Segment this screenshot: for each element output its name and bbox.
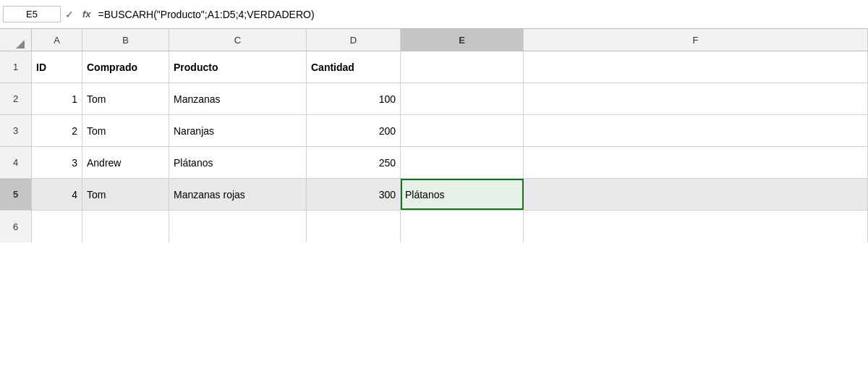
cell-b3[interactable]: Tom	[82, 115, 169, 146]
cell-reference-box[interactable]: E5	[3, 6, 61, 22]
cell-a5[interactable]: 4	[32, 179, 82, 210]
cell-b6[interactable]	[82, 211, 169, 242]
table-row: 5 4 Tom Manzanas rojas 300 Plátanos	[0, 179, 868, 211]
confirm-formula-icon[interactable]: ✓	[61, 9, 78, 20]
cell-f2[interactable]	[524, 83, 868, 114]
table-row: 1 ID Comprado Producto Cantidad	[0, 51, 868, 83]
cell-d4[interactable]: 250	[307, 147, 401, 178]
cell-f6[interactable]	[524, 211, 868, 242]
corner-cell[interactable]	[0, 29, 32, 51]
cell-e4[interactable]	[401, 147, 524, 178]
col-header-f[interactable]: F	[524, 29, 868, 51]
cell-d5[interactable]: 300	[307, 179, 401, 210]
row-num-2[interactable]: 2	[0, 83, 32, 114]
cell-a4[interactable]: 3	[32, 147, 82, 178]
col-header-e[interactable]: E	[401, 29, 524, 51]
table-row: 3 2 Tom Naranjas 200	[0, 115, 868, 147]
row-num-5[interactable]: 5	[0, 179, 32, 210]
fx-icon: fx	[82, 9, 91, 20]
row-num-4[interactable]: 4	[0, 147, 32, 178]
cell-c3[interactable]: Naranjas	[169, 115, 307, 146]
cell-a1[interactable]: ID	[32, 51, 82, 83]
cell-b2[interactable]: Tom	[82, 83, 169, 114]
column-headers-row: A B C D E F	[0, 29, 868, 51]
cell-d1[interactable]: Cantidad	[307, 51, 401, 83]
cell-c4[interactable]: Plátanos	[169, 147, 307, 178]
row-num-1[interactable]: 1	[0, 51, 32, 83]
col-header-a[interactable]: A	[32, 29, 82, 51]
cell-b1[interactable]: Comprado	[82, 51, 169, 83]
cell-d3[interactable]: 200	[307, 115, 401, 146]
formula-input[interactable]	[95, 7, 865, 22]
select-all-triangle	[16, 40, 25, 48]
cell-e3[interactable]	[401, 115, 524, 146]
cell-d6[interactable]	[307, 211, 401, 242]
cell-f5[interactable]	[524, 179, 868, 210]
cell-e5[interactable]: Plátanos	[401, 179, 524, 210]
cell-e2[interactable]	[401, 83, 524, 114]
row-num-6[interactable]: 6	[0, 211, 32, 242]
formula-bar: E5 ✓ fx	[0, 0, 868, 29]
col-header-b[interactable]: B	[82, 29, 169, 51]
cell-b4[interactable]: Andrew	[82, 147, 169, 178]
cell-d2[interactable]: 100	[307, 83, 401, 114]
table-row: 2 1 Tom Manzanas 100	[0, 83, 868, 115]
col-header-c[interactable]: C	[169, 29, 307, 51]
cell-c1[interactable]: Producto	[169, 51, 307, 83]
cell-c5[interactable]: Manzanas rojas	[169, 179, 307, 210]
cell-f3[interactable]	[524, 115, 868, 146]
cell-e6[interactable]	[401, 211, 524, 242]
cell-f1[interactable]	[524, 51, 868, 83]
spreadsheet: A B C D E F 1 ID Comprado Producto Canti…	[0, 29, 868, 372]
cell-c6[interactable]	[169, 211, 307, 242]
cell-a6[interactable]	[32, 211, 82, 242]
cell-a3[interactable]: 2	[32, 115, 82, 146]
table-row: 4 3 Andrew Plátanos 250	[0, 147, 868, 179]
cell-a2[interactable]: 1	[32, 83, 82, 114]
cell-c2[interactable]: Manzanas	[169, 83, 307, 114]
table-row: 6	[0, 211, 868, 242]
row-num-3[interactable]: 3	[0, 115, 32, 146]
cell-b5[interactable]: Tom	[82, 179, 169, 210]
cell-e1[interactable]	[401, 51, 524, 83]
cell-f4[interactable]	[524, 147, 868, 178]
col-header-d[interactable]: D	[307, 29, 401, 51]
